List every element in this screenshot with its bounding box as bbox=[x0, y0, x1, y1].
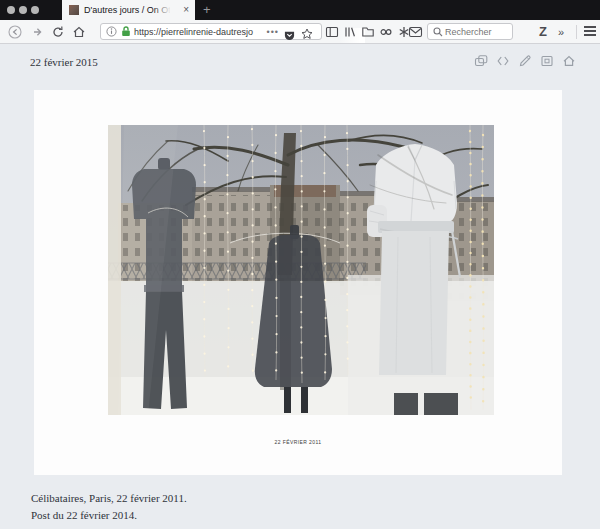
back-icon[interactable] bbox=[8, 25, 22, 39]
search-field[interactable] bbox=[427, 23, 513, 40]
navigation-toolbar: https://pierrelinrenie-dautresjo ••• bbox=[0, 20, 600, 44]
edit-pencil-icon[interactable] bbox=[518, 54, 532, 68]
search-input[interactable] bbox=[445, 27, 505, 37]
zoom-window-button[interactable] bbox=[31, 6, 39, 14]
archive-icon[interactable] bbox=[540, 54, 554, 68]
post-footer-date: Post du 22 février 2014. bbox=[31, 509, 137, 521]
mail-extension-icon[interactable] bbox=[408, 26, 422, 40]
reload-icon[interactable] bbox=[51, 25, 65, 39]
toolbar-separator bbox=[576, 25, 577, 39]
new-tab-button[interactable]: + bbox=[203, 0, 211, 20]
bookmark-star-icon[interactable] bbox=[301, 26, 313, 44]
close-window-button[interactable] bbox=[7, 6, 15, 14]
zotero-icon[interactable]: Z bbox=[539, 24, 547, 40]
post-photo[interactable] bbox=[108, 125, 494, 415]
browser-tab[interactable]: D'autres jours / On Other Days × bbox=[62, 0, 195, 20]
sidebar-toggle-icon[interactable] bbox=[325, 25, 339, 39]
url-text: https://pierrelinrenie-dautresjo bbox=[134, 27, 266, 37]
library-icon[interactable] bbox=[343, 25, 357, 39]
photo-caption: 22 FÉVRIER 2011 bbox=[34, 439, 562, 445]
site-info-icon[interactable] bbox=[106, 23, 117, 41]
tab-bar: D'autres jours / On Other Days × + bbox=[0, 0, 600, 20]
https-lock-icon[interactable] bbox=[121, 23, 131, 41]
post-date-header: 22 février 2015 bbox=[30, 56, 98, 68]
post-footer-title: Célibataires, Paris, 22 février 2011. bbox=[31, 492, 187, 504]
home-icon[interactable] bbox=[72, 25, 86, 39]
site-favicon bbox=[69, 5, 79, 15]
pocket-icon[interactable] bbox=[284, 27, 295, 45]
url-bar[interactable]: https://pierrelinrenie-dautresjo ••• bbox=[100, 23, 322, 40]
tab-close-icon[interactable]: × bbox=[183, 0, 189, 20]
page-actions-icon[interactable]: ••• bbox=[267, 27, 279, 37]
blog-nav-icons bbox=[474, 54, 576, 68]
tab-title-fade bbox=[153, 0, 171, 20]
infinity-extension-icon[interactable] bbox=[379, 25, 393, 39]
bookmarks-folder-icon[interactable] bbox=[361, 25, 375, 39]
browser-window: D'autres jours / On Other Days × + https… bbox=[0, 0, 600, 529]
overflow-chevrons-icon[interactable]: » bbox=[558, 24, 564, 40]
forward-icon[interactable] bbox=[30, 25, 44, 39]
prev-next-icon[interactable] bbox=[496, 54, 510, 68]
menu-hamburger-icon[interactable] bbox=[584, 26, 596, 37]
random-post-icon[interactable] bbox=[474, 54, 488, 68]
blog-home-icon[interactable] bbox=[562, 54, 576, 68]
post-card: 22 FÉVRIER 2011 bbox=[34, 90, 562, 475]
search-icon bbox=[433, 23, 443, 41]
minimize-window-button[interactable] bbox=[19, 6, 27, 14]
page-viewport: 22 février 2015 bbox=[0, 44, 600, 529]
